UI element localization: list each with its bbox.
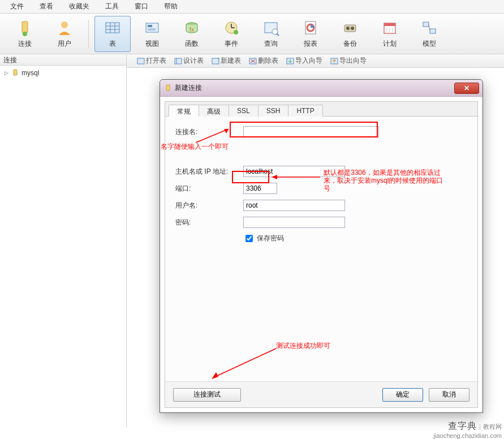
dialog-footer: 连接测试 确定 取消 bbox=[165, 381, 477, 407]
svg-marker-46 bbox=[224, 129, 229, 134]
arrow-to-port bbox=[272, 173, 322, 181]
event-icon bbox=[222, 19, 240, 37]
svg-rect-34 bbox=[137, 58, 144, 64]
tab-http[interactable]: HTTP bbox=[288, 105, 322, 117]
svg-rect-3 bbox=[106, 23, 119, 33]
user-button[interactable]: 用户 bbox=[46, 16, 83, 52]
watermark-brand: 查字典 bbox=[448, 421, 477, 431]
new-table-button[interactable]: +新建表 bbox=[208, 55, 244, 67]
backup-label: 备份 bbox=[343, 39, 357, 49]
report-icon bbox=[301, 19, 320, 37]
conn-name-input[interactable] bbox=[243, 126, 379, 137]
tab-advanced[interactable]: 高级 bbox=[199, 105, 229, 117]
plug-small-icon bbox=[163, 84, 173, 93]
user-input[interactable] bbox=[243, 200, 345, 211]
model-label: 模型 bbox=[423, 39, 436, 49]
svg-rect-0 bbox=[22, 21, 28, 33]
menu-bar: 文件 查看 收藏夹 工具 窗口 帮助 bbox=[0, 0, 504, 14]
annotation-test: 测试连接成功即可 bbox=[276, 342, 330, 350]
table-icon bbox=[104, 19, 122, 37]
sub-toolbar: 打开表 设计表 +新建表 删除表 导入向导 导出向导 bbox=[127, 54, 504, 68]
query-button[interactable]: 查询 bbox=[253, 16, 289, 52]
svg-rect-30 bbox=[423, 22, 429, 27]
menu-favorites[interactable]: 收藏夹 bbox=[61, 1, 97, 12]
report-label: 报表 bbox=[304, 39, 317, 49]
view-button[interactable]: 视图 bbox=[134, 16, 170, 52]
menu-file[interactable]: 文件 bbox=[2, 1, 32, 12]
svg-line-19 bbox=[277, 33, 279, 36]
watermark-url: jiaocheng.chazidian.com bbox=[434, 432, 502, 439]
plug-icon bbox=[16, 19, 34, 37]
tab-general[interactable]: 常规 bbox=[169, 105, 199, 117]
svg-point-16 bbox=[234, 30, 238, 35]
connect-label: 连接 bbox=[18, 39, 32, 49]
tab-ssl[interactable]: SSL bbox=[229, 105, 259, 117]
report-button[interactable]: 报表 bbox=[292, 16, 329, 52]
model-icon bbox=[420, 19, 438, 37]
pass-input[interactable] bbox=[243, 217, 345, 228]
svg-rect-44 bbox=[166, 85, 170, 91]
pass-label: 密码: bbox=[175, 218, 243, 227]
port-input[interactable] bbox=[243, 183, 277, 194]
expand-icon[interactable]: ▷ bbox=[3, 70, 9, 76]
model-button[interactable]: 模型 bbox=[411, 16, 447, 52]
dialog-tabs: 常规 高级 SSL SSH HTTP bbox=[165, 102, 477, 117]
menu-tools[interactable]: 工具 bbox=[97, 1, 127, 12]
svg-point-23 bbox=[346, 27, 350, 30]
tab-ssh[interactable]: SSH bbox=[258, 105, 289, 117]
sidebar-title: 连接 bbox=[0, 54, 126, 66]
save-pass-label: 保存密码 bbox=[257, 234, 284, 243]
import-wizard-button[interactable]: 导入向导 bbox=[283, 55, 326, 67]
schedule-button[interactable]: 计划 bbox=[372, 16, 408, 52]
svg-rect-26 bbox=[384, 23, 395, 26]
svg-marker-50 bbox=[212, 372, 218, 379]
view-icon bbox=[143, 19, 161, 37]
user-label: 用户 bbox=[58, 39, 71, 49]
tree-item-mysql[interactable]: ▷ mysql bbox=[3, 68, 123, 78]
menu-window[interactable]: 窗口 bbox=[127, 1, 156, 12]
tree-item-label: mysql bbox=[21, 69, 39, 77]
svg-point-24 bbox=[351, 27, 354, 30]
svg-rect-9 bbox=[148, 25, 152, 27]
svg-point-2 bbox=[61, 21, 68, 28]
table-button[interactable]: 表 bbox=[94, 16, 131, 52]
user-label: 用户名: bbox=[175, 201, 243, 210]
svg-line-32 bbox=[429, 24, 430, 31]
ok-button[interactable]: 确定 bbox=[382, 388, 423, 402]
close-icon: ✕ bbox=[464, 84, 469, 92]
svg-rect-33 bbox=[14, 70, 17, 75]
save-pass-checkbox[interactable] bbox=[245, 235, 253, 242]
event-button[interactable]: 事件 bbox=[213, 16, 249, 52]
event-label: 事件 bbox=[225, 39, 238, 49]
test-connection-button[interactable]: 连接测试 bbox=[173, 388, 241, 402]
backup-icon bbox=[341, 19, 359, 37]
svg-marker-48 bbox=[272, 175, 277, 179]
arrow-to-test bbox=[210, 347, 278, 381]
schedule-icon bbox=[381, 19, 399, 37]
open-table-button[interactable]: 打开表 bbox=[133, 55, 170, 67]
annotation-port: 默认都是3306，如果是其他的相应该过来，取决于安装mysql的时候使用的端口号 bbox=[324, 169, 448, 192]
function-icon: fx bbox=[183, 19, 201, 37]
query-icon bbox=[262, 19, 280, 37]
query-label: 查询 bbox=[264, 39, 278, 49]
view-label: 视图 bbox=[145, 39, 159, 49]
svg-point-1 bbox=[23, 32, 27, 36]
function-button[interactable]: fx 函数 bbox=[174, 16, 210, 52]
watermark-sub: 教程网 bbox=[483, 423, 502, 430]
svg-rect-35 bbox=[175, 58, 182, 64]
design-table-button[interactable]: 设计表 bbox=[171, 55, 207, 67]
connect-button[interactable]: 连接 bbox=[7, 16, 43, 52]
close-button[interactable]: ✕ bbox=[454, 83, 479, 94]
host-label: 主机名或 IP 地址: bbox=[175, 167, 243, 177]
menu-help[interactable]: 帮助 bbox=[156, 1, 186, 12]
svg-rect-31 bbox=[430, 29, 436, 33]
menu-view[interactable]: 查看 bbox=[32, 1, 61, 12]
export-wizard-button[interactable]: 导出向导 bbox=[327, 55, 370, 67]
dialog-titlebar[interactable]: 新建连接 ✕ bbox=[160, 80, 483, 97]
main-toolbar: 连接 用户 表 视图 fx 函数 事件 查询 报表 备份 计划 模型 bbox=[0, 14, 504, 54]
svg-text:+: + bbox=[217, 57, 219, 62]
function-label: 函数 bbox=[185, 39, 199, 49]
backup-button[interactable]: 备份 bbox=[332, 16, 368, 52]
delete-table-button[interactable]: 删除表 bbox=[245, 55, 282, 67]
cancel-button[interactable]: 取消 bbox=[429, 388, 469, 402]
